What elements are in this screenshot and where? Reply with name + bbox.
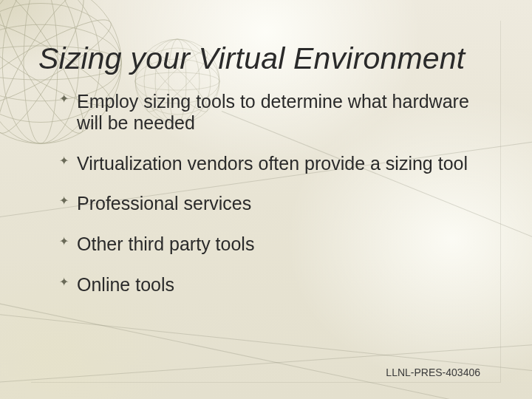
bullet-item: Virtualization vendors often provide a s… [59,153,485,174]
bullet-list: Employ sizing tools to determine what ha… [59,91,485,296]
bullet-item: Professional services [59,193,485,214]
bullet-item: Employ sizing tools to determine what ha… [59,91,485,134]
slide-title: Sizing your Virtual Environment [38,43,485,75]
bullet-item: Online tools [59,274,485,296]
bullet-item: Other third party tools [59,233,485,255]
slide: Sizing your Virtual Environment Employ s… [0,0,532,399]
footer-document-id: LLNL-PRES-403406 [386,366,480,378]
content-panel: Sizing your Virtual Environment Employ s… [31,21,501,383]
